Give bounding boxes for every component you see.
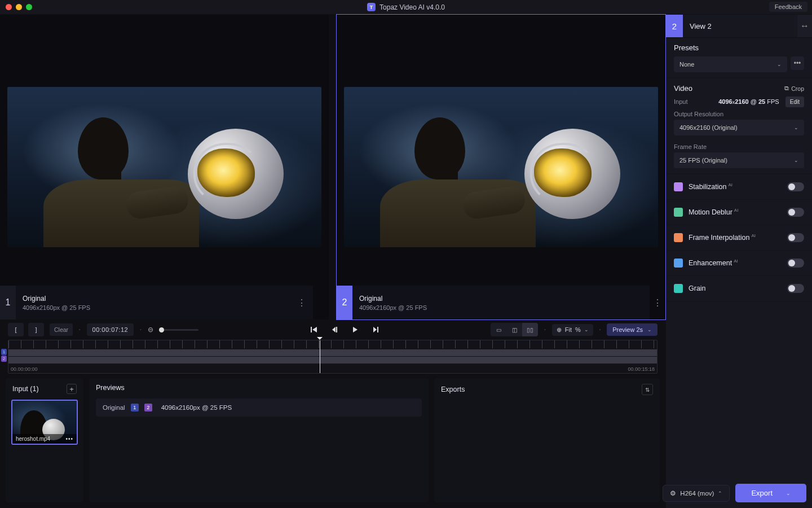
framerate-label: Frame Rate bbox=[674, 143, 707, 150]
bottom-panels: Input (1) + heroshot.mp4 ••• Previews Or… bbox=[0, 378, 665, 508]
feature-label: StabilizationAI bbox=[689, 183, 732, 191]
layout-segmented[interactable]: ▭ ◫ ▯▯ bbox=[491, 323, 538, 336]
chevron-down-icon: ⌄ bbox=[584, 327, 589, 332]
viewer-1-meta: 4096x2160px @ 25 FPS bbox=[23, 304, 90, 311]
playhead[interactable] bbox=[320, 340, 320, 373]
viewer-1-footer: 1 Original 4096x2160px @ 25 FPS ⋮ bbox=[0, 286, 313, 319]
step-forward-icon[interactable] bbox=[369, 323, 381, 336]
feature-toggle[interactable] bbox=[787, 259, 804, 268]
previews-panel-title: Previews bbox=[96, 384, 125, 392]
sidebar-view-title: View 2 bbox=[683, 22, 797, 30]
feedback-button[interactable]: Feedback bbox=[769, 2, 807, 12]
layout-dual-icon[interactable]: ▯▯ bbox=[522, 323, 538, 336]
clear-button[interactable]: Clear bbox=[50, 323, 73, 336]
presets-more-button[interactable]: ••• bbox=[791, 56, 804, 70]
playbar: [ ] Clear · 00:00:07:12 · ⊖ ▭ ◫ ▯▯ · bbox=[0, 319, 665, 340]
viewer-1-more-button[interactable]: ⋮ bbox=[294, 286, 310, 319]
input-thumbnail[interactable]: heroshot.mp4 ••• bbox=[11, 400, 78, 445]
feature-row-enhancement: EnhancementAI bbox=[666, 251, 812, 276]
input-thumbnail-name: heroshot.mp4 bbox=[16, 436, 50, 442]
output-res-dropdown[interactable]: 4096x2160 (Original) ⌄ bbox=[674, 120, 804, 135]
exports-sort-button[interactable]: ⇅ bbox=[642, 384, 653, 395]
viewer-2-number: 2 bbox=[337, 286, 352, 319]
previews-panel: Previews Original 1 2 4096x2160px @ 25 F… bbox=[89, 378, 429, 502]
viewer-1[interactable]: 1 Original 4096x2160px @ 25 FPS ⋮ bbox=[0, 15, 329, 319]
timeline-track-labels: 1 2 bbox=[1, 349, 7, 362]
timeline-end: 00.00:15:18 bbox=[628, 366, 655, 372]
timeline-track-1[interactable] bbox=[8, 349, 657, 356]
viewer-1-number: 1 bbox=[0, 286, 16, 319]
timeline[interactable]: 00.00:00:00 00.00:15:18 bbox=[8, 340, 657, 374]
exports-panel-title: Exports bbox=[441, 386, 465, 393]
feature-toggle[interactable] bbox=[787, 233, 804, 242]
crop-icon: ⧉ bbox=[784, 85, 789, 92]
layout-single-icon[interactable]: ▭ bbox=[491, 323, 506, 336]
timecode[interactable]: 00:00:07:12 bbox=[87, 323, 134, 336]
fit-dropdown[interactable]: ⊕ Fit % ⌄ bbox=[552, 324, 593, 336]
feature-row-frame-interpolation: Frame InterpolationAI bbox=[666, 225, 812, 251]
zoom-slider[interactable] bbox=[159, 329, 198, 331]
track-1-badge: 1 bbox=[1, 349, 7, 355]
feature-toggles: StabilizationAIMotion DeblurAIFrame Inte… bbox=[666, 174, 812, 301]
feature-toggle[interactable] bbox=[787, 182, 804, 191]
mark-in-button[interactable]: [ bbox=[8, 323, 24, 336]
video-preview-1 bbox=[7, 87, 321, 247]
viewer-2[interactable]: 2 Original 4096x2160px @ 25 FPS ⋮ bbox=[337, 15, 665, 319]
video-label: Video bbox=[674, 84, 692, 93]
presets-section: Presets None ⌄ ••• bbox=[666, 38, 812, 78]
expand-horiz-icon[interactable]: ↔ bbox=[797, 15, 812, 37]
presets-dropdown[interactable]: None ⌄ bbox=[674, 56, 787, 72]
input-thumbnail-more-icon[interactable]: ••• bbox=[65, 436, 73, 442]
exports-panel: Exports ⇅ bbox=[434, 378, 660, 502]
preview-button[interactable]: Preview 2s ⌄ bbox=[607, 323, 657, 336]
presets-label: Presets bbox=[674, 43, 699, 52]
feature-label: EnhancementAI bbox=[689, 259, 738, 267]
feature-toggle[interactable] bbox=[787, 208, 804, 217]
viewer-2-more-button[interactable]: ⋮ bbox=[650, 286, 665, 319]
feature-toggle[interactable] bbox=[787, 284, 804, 293]
feature-icon bbox=[674, 233, 683, 242]
framerate-dropdown[interactable]: 25 FPS (Original) ⌄ bbox=[674, 152, 804, 168]
zoom-out-icon[interactable]: ⊖ bbox=[148, 326, 153, 334]
chevron-down-icon: ⌄ bbox=[794, 125, 798, 130]
layout-split-icon[interactable]: ◫ bbox=[506, 323, 522, 336]
mark-out-button[interactable]: ] bbox=[28, 323, 44, 336]
gear-icon: ⚙ bbox=[670, 489, 676, 497]
viewer-2-label: Original bbox=[359, 295, 427, 303]
feature-row-stabilization: StabilizationAI bbox=[666, 174, 812, 200]
sidebar-header: 2 View 2 ↔ bbox=[666, 15, 812, 38]
titlebar: T Topaz Video AI v4.0.0 Feedback bbox=[0, 0, 812, 15]
output-res-value: 4096x2160 (Original) bbox=[679, 124, 738, 131]
skip-start-icon[interactable] bbox=[308, 323, 320, 336]
step-back-icon[interactable] bbox=[328, 323, 341, 336]
feature-row-grain: Grain bbox=[666, 276, 812, 301]
chevron-down-icon: ⌄ bbox=[777, 62, 782, 67]
codec-dropdown[interactable]: ⚙ H264 (mov) ⌃ bbox=[663, 485, 730, 502]
feature-icon bbox=[674, 208, 683, 217]
crop-button[interactable]: ⧉ Crop bbox=[784, 85, 804, 92]
preview-row[interactable]: Original 1 2 4096x2160px @ 25 FPS bbox=[96, 398, 422, 417]
viewer-2-meta: 4096x2160px @ 25 FPS bbox=[359, 304, 427, 311]
preview-button-label: Preview 2s bbox=[612, 326, 643, 333]
chevron-down-icon: ⌄ bbox=[794, 157, 798, 163]
timeline-ruler[interactable] bbox=[8, 340, 657, 348]
export-button-label: Export bbox=[751, 489, 773, 497]
app-title: Topaz Video AI v4.0.0 bbox=[379, 3, 445, 11]
video-section: Video ⧉ Crop Input 4096x2160 @ 25 FPS Ed… bbox=[666, 78, 812, 174]
add-input-button[interactable]: + bbox=[67, 384, 77, 394]
timeline-track-2[interactable] bbox=[8, 357, 657, 364]
chevron-up-icon: ⌃ bbox=[718, 491, 722, 496]
chevron-down-icon[interactable]: ⌄ bbox=[647, 327, 652, 332]
chevron-down-icon[interactable]: ⌄ bbox=[786, 491, 791, 496]
fit-pct: % bbox=[575, 326, 581, 333]
feature-label: Grain bbox=[689, 284, 706, 292]
viewer-1-label: Original bbox=[23, 295, 90, 303]
track-2-badge: 2 bbox=[1, 356, 7, 362]
edit-input-button[interactable]: Edit bbox=[785, 97, 804, 107]
export-button[interactable]: Export ⌄ bbox=[735, 484, 806, 502]
input-value: 4096x2160 @ 25 FPS Edit bbox=[718, 98, 804, 105]
play-icon[interactable] bbox=[348, 323, 361, 336]
playback-controls bbox=[308, 323, 381, 336]
fit-label: Fit bbox=[565, 326, 572, 333]
preview-row-meta: 4096x2160px @ 25 FPS bbox=[161, 404, 232, 411]
